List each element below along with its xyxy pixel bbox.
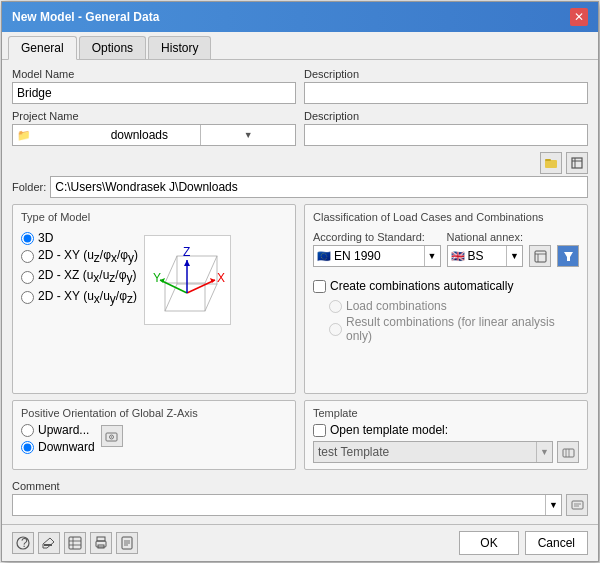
- radio-2d-xz[interactable]: 2D - XZ (ux/uz/φy): [21, 268, 138, 285]
- model-name-input[interactable]: [12, 82, 296, 104]
- comment-section: Comment ▼: [12, 480, 588, 516]
- project-name-label: Project Name: [12, 110, 296, 122]
- description1-input[interactable]: [304, 82, 588, 104]
- standard-filter-btn[interactable]: [557, 245, 579, 267]
- description2-input[interactable]: [304, 124, 588, 146]
- folder-section: Folder:: [12, 152, 588, 198]
- radio-2d-xz-label: 2D - XZ (ux/uz/φy): [38, 268, 136, 285]
- 3d-model-visual: X Y Z: [144, 235, 231, 325]
- gb-flag: 🇬🇧: [448, 250, 468, 263]
- standard-annex-row: According to Standard: 🇪🇺 EN 1990 ▼ Nati…: [313, 231, 579, 267]
- export-button[interactable]: [116, 532, 138, 554]
- z-upward-radio[interactable]: Upward...: [21, 423, 95, 437]
- radio-3d[interactable]: 3D: [21, 231, 138, 245]
- comment-arrow[interactable]: ▼: [545, 495, 561, 515]
- create-combinations-checkbox[interactable]: [313, 280, 326, 293]
- radio-2d-xy2[interactable]: 2D - XY (ux/uy/φz): [21, 289, 138, 306]
- project-name-combo[interactable]: 📁 downloads ▼: [12, 124, 296, 146]
- standard-arrow[interactable]: ▼: [424, 246, 440, 266]
- template-title: Template: [313, 407, 579, 419]
- create-combinations-row[interactable]: Create combinations automatically: [313, 279, 579, 293]
- folder-browse-button1[interactable]: [540, 152, 562, 174]
- svg-rect-41: [97, 537, 105, 541]
- svg-rect-27: [563, 449, 574, 457]
- comment-combo[interactable]: ▼: [12, 494, 562, 516]
- table-button[interactable]: [64, 532, 86, 554]
- tab-history[interactable]: History: [148, 36, 211, 59]
- z-upward-input[interactable]: [21, 424, 34, 437]
- bottom-panels: Positive Orientation of Global Z-Axis Up…: [12, 400, 588, 470]
- model-name-row: Model Name Description: [12, 68, 588, 104]
- svg-rect-0: [545, 160, 557, 168]
- model-name-label: Model Name: [12, 68, 296, 80]
- type-model-inner: 3D 2D - XY (uz/φx/φy) 2D - XZ (ux/uz/φy): [21, 231, 287, 325]
- svg-point-26: [111, 436, 112, 437]
- footer-icons: ?: [12, 532, 138, 554]
- classification-section: Classification of Load Cases and Combina…: [304, 204, 588, 394]
- comment-label: Comment: [12, 480, 588, 492]
- svg-text:Z: Z: [183, 245, 190, 259]
- edit-button[interactable]: [38, 532, 60, 554]
- svg-rect-1: [545, 159, 551, 161]
- annex-arrow[interactable]: ▼: [506, 246, 522, 266]
- template-arrow: ▼: [536, 442, 552, 462]
- close-button[interactable]: ✕: [570, 8, 588, 26]
- folder-path-input[interactable]: [50, 176, 588, 198]
- template-value: test Template: [314, 445, 536, 459]
- open-template-checkbox[interactable]: [313, 424, 326, 437]
- svg-marker-36: [43, 538, 54, 548]
- dialog-title: New Model - General Data: [12, 10, 159, 24]
- two-panel: Type of Model 3D 2D - XY (uz/φx/φy): [12, 204, 588, 394]
- project-dropdown-arrow[interactable]: ▼: [200, 125, 295, 145]
- print-button[interactable]: [90, 532, 112, 554]
- folder-row: Folder:: [12, 176, 588, 198]
- svg-line-10: [205, 284, 217, 311]
- folder-browse-button2[interactable]: [566, 152, 588, 174]
- z-downward-input[interactable]: [21, 441, 34, 454]
- description2-field: Description: [304, 110, 588, 146]
- eu-flag: 🇪🇺: [314, 250, 334, 263]
- radio-3d-input[interactable]: [21, 232, 34, 245]
- svg-rect-20: [535, 251, 546, 262]
- radio-2d-xz-input[interactable]: [21, 271, 34, 284]
- combinations-sub: Load combinations Result combinations (f…: [329, 299, 579, 343]
- type-of-model-section: Type of Model 3D 2D - XY (uz/φx/φy): [12, 204, 296, 394]
- svg-text:X: X: [217, 271, 225, 285]
- ok-button[interactable]: OK: [459, 531, 518, 555]
- dialog: New Model - General Data ✕ General Optio…: [1, 1, 599, 562]
- standard-value: EN 1990: [334, 249, 424, 263]
- standard-combo[interactable]: 🇪🇺 EN 1990 ▼: [313, 245, 441, 267]
- result-comb-radio: Result combinations (for linear analysis…: [329, 315, 579, 343]
- standard-settings-btn[interactable]: [529, 245, 551, 267]
- svg-rect-37: [69, 537, 81, 549]
- cancel-button[interactable]: Cancel: [525, 531, 588, 555]
- comment-btn[interactable]: [566, 494, 588, 516]
- z-downward-label: Downward: [38, 440, 95, 454]
- footer: ? OK Cancel: [2, 524, 598, 561]
- description1-field: Description: [304, 68, 588, 104]
- project-name-field: Project Name 📁 downloads ▼: [12, 110, 296, 146]
- title-bar: New Model - General Data ✕: [2, 2, 598, 32]
- svg-marker-23: [564, 252, 573, 261]
- annex-combo[interactable]: 🇬🇧 BS ▼: [447, 245, 523, 267]
- folder-label: Folder:: [12, 181, 46, 193]
- z-axis-browse-btn[interactable]: [101, 425, 123, 447]
- z-axis-inner: Upward... Downward: [21, 423, 287, 454]
- svg-line-11: [187, 280, 215, 293]
- radio-2d-xy1[interactable]: 2D - XY (uz/φx/φy): [21, 248, 138, 265]
- load-comb-input: [329, 300, 342, 313]
- svg-rect-30: [572, 501, 583, 509]
- radio-2d-xy2-label: 2D - XY (ux/uy/φz): [38, 289, 137, 306]
- help-button[interactable]: ?: [12, 532, 34, 554]
- radio-2d-xy1-input[interactable]: [21, 250, 34, 263]
- open-template-row[interactable]: Open template model:: [313, 423, 579, 437]
- z-downward-radio[interactable]: Downward: [21, 440, 95, 454]
- radio-2d-xy2-input[interactable]: [21, 291, 34, 304]
- tab-general[interactable]: General: [8, 36, 77, 60]
- radio-group-type: 3D 2D - XY (uz/φx/φy) 2D - XZ (ux/uz/φy): [21, 231, 138, 325]
- svg-marker-18: [184, 260, 190, 266]
- tab-options[interactable]: Options: [79, 36, 146, 59]
- template-browse-btn[interactable]: [557, 441, 579, 463]
- main-content: Model Name Description Project Name 📁 do…: [2, 60, 598, 524]
- result-comb-input: [329, 323, 342, 336]
